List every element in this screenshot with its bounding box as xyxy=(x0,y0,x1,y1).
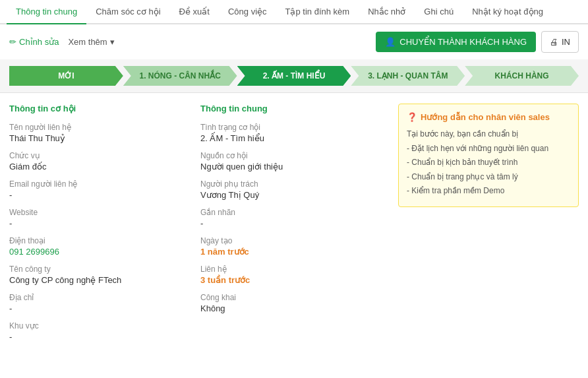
field-contact-name-value: Thái Thu Thuỷ xyxy=(9,133,187,143)
edit-icon: ✏ xyxy=(9,37,16,47)
field-address-value: - xyxy=(9,303,187,313)
field-email-value: - xyxy=(9,190,187,200)
field-tag-value: - xyxy=(200,218,385,228)
pipeline-step-1[interactable]: 1. NÓNG - CÂN NHẮC xyxy=(123,66,237,86)
field-contact-name-label: Tên người liên hệ xyxy=(9,123,187,132)
field-region-value: - xyxy=(9,332,187,342)
field-company-label: Tên công ty xyxy=(9,265,187,274)
col-opportunity-info: Thông tin cơ hội Tên người liên hệ Thái … xyxy=(9,104,187,350)
field-contact-date-label: Liên hệ xyxy=(200,265,385,274)
field-status-value: 2. ẤM - Tìm hiểu xyxy=(200,133,385,143)
pipeline-step-new[interactable]: MỚI xyxy=(9,66,123,86)
main-content: Thông tin cơ hội Tên người liên hệ Thái … xyxy=(0,93,588,360)
pipeline-step-kh[interactable]: KHÁCH HÀNG xyxy=(465,66,579,86)
edit-button[interactable]: ✏ Chỉnh sửa xyxy=(9,37,59,47)
field-tag-label: Gắn nhãn xyxy=(200,208,385,217)
field-public-value: Không xyxy=(200,303,385,313)
field-public-label: Công khai xyxy=(200,293,385,302)
field-source-label: Nguồn cơ hội xyxy=(200,151,385,160)
field-owner-value: Vương Thị Quý xyxy=(200,190,385,200)
print-icon: 🖨 xyxy=(550,37,558,47)
field-status-label: Tình trạng cơ hội xyxy=(200,123,385,132)
tab-notes[interactable]: Ghi chú xyxy=(415,0,463,23)
field-contact-date: Liên hệ 3 tuần trước xyxy=(200,265,385,285)
field-owner-label: Người phụ trách xyxy=(200,179,385,189)
tab-attachments[interactable]: Tập tin đính kèm xyxy=(276,0,359,23)
action-right: 👤 CHUYỂN THÀNH KHÁCH HÀNG 🖨 IN xyxy=(376,31,579,53)
field-region-label: Khu vực xyxy=(9,321,187,331)
field-source-value: Người quen giới thiệu xyxy=(200,162,385,172)
tab-work[interactable]: Công việc xyxy=(219,0,276,23)
tab-care[interactable]: Chăm sóc cơ hội xyxy=(86,0,169,23)
guidance-item-4: - Kiểm tra phần mềm Demo xyxy=(407,184,570,199)
col-general-info: Thông tin chung Tình trạng cơ hội 2. ẤM … xyxy=(200,104,385,350)
question-icon: ❓ xyxy=(407,112,417,122)
field-contact-date-value: 3 tuần trước xyxy=(200,275,385,285)
field-created-date-label: Ngày tạo xyxy=(200,236,385,245)
field-address: Địa chỉ - xyxy=(9,293,187,313)
field-email-label: Email người liên hệ xyxy=(9,179,187,189)
field-company-value: Công ty CP công nghệ FTech xyxy=(9,275,187,285)
pipeline: MỚI 1. NÓNG - CÂN NHẮC 2. ẤM - TÌM HIỂU … xyxy=(0,59,588,93)
field-tag: Gắn nhãn - xyxy=(200,208,385,228)
field-owner: Người phụ trách Vương Thị Quý xyxy=(200,179,385,200)
guidance-box: ❓ Hướng dẫn cho nhân viên sales Tại bước… xyxy=(398,104,579,207)
field-region: Khu vực - xyxy=(9,321,187,342)
field-website-label: Website xyxy=(9,208,187,217)
field-status: Tình trạng cơ hội 2. ẤM - Tìm hiểu xyxy=(200,123,385,143)
field-phone-label: Điện thoại xyxy=(9,236,187,245)
field-email: Email người liên hệ - xyxy=(9,179,187,200)
tab-general-info[interactable]: Thông tin chung xyxy=(7,0,86,24)
pipeline-step-2[interactable]: 2. ẤM - TÌM HIỂU xyxy=(237,66,351,86)
field-public: Công khai Không xyxy=(200,293,385,313)
field-contact-name: Tên người liên hệ Thái Thu Thuỷ xyxy=(9,123,187,143)
guidance-title: ❓ Hướng dẫn cho nhân viên sales xyxy=(407,112,570,122)
guidance-item-1: - Đặt lịch hẹn với những người liên quan xyxy=(407,142,570,156)
pipeline-step-3[interactable]: 3. LẠNH - QUAN TÂM xyxy=(351,66,465,86)
print-button[interactable]: 🖨 IN xyxy=(541,31,579,53)
action-bar: ✏ Chỉnh sửa Xem thêm ▾ 👤 CHUYỂN THÀNH KH… xyxy=(0,24,588,59)
field-website: Website - xyxy=(9,208,187,228)
tab-activity-log[interactable]: Nhật ký hoạt động xyxy=(463,0,552,23)
guidance-item-3: - Chuẩn bị trang phục và tâm lý xyxy=(407,170,570,185)
field-website-value: - xyxy=(9,218,187,228)
field-position-label: Chức vụ xyxy=(9,151,187,160)
opportunity-info-title: Thông tin cơ hội xyxy=(9,104,187,113)
field-source: Nguồn cơ hội Người quen giới thiệu xyxy=(200,151,385,172)
field-created-date: Ngày tạo 1 năm trước xyxy=(200,236,385,257)
view-more-button[interactable]: Xem thêm ▾ xyxy=(68,37,114,47)
field-address-label: Địa chỉ xyxy=(9,293,187,302)
col-guidance: ❓ Hướng dẫn cho nhân viên sales Tại bước… xyxy=(398,104,579,350)
guidance-item-0: Tại bước này, bạn cần chuẩn bị xyxy=(407,127,570,142)
tab-reminders[interactable]: Nhắc nhở xyxy=(359,0,415,23)
field-phone: Điện thoại 091 2699696 xyxy=(9,236,187,257)
tab-proposal[interactable]: Đề xuất xyxy=(170,0,219,23)
tab-bar: Thông tin chung Chăm sóc cơ hội Đề xuất … xyxy=(0,0,588,24)
field-position: Chức vụ Giám đốc xyxy=(9,151,187,172)
general-info-title: Thông tin chung xyxy=(200,104,385,113)
field-position-value: Giám đốc xyxy=(9,162,187,172)
field-created-date-value: 1 năm trước xyxy=(200,247,385,257)
convert-button[interactable]: 👤 CHUYỂN THÀNH KHÁCH HÀNG xyxy=(376,32,536,52)
field-company: Tên công ty Công ty CP công nghệ FTech xyxy=(9,265,187,285)
action-left: ✏ Chỉnh sửa Xem thêm ▾ xyxy=(9,37,115,47)
user-plus-icon: 👤 xyxy=(385,37,396,47)
guidance-item-2: - Chuẩn bị kịch bản thuyết trình xyxy=(407,156,570,170)
chevron-down-icon: ▾ xyxy=(110,37,115,47)
field-phone-value[interactable]: 091 2699696 xyxy=(9,247,187,257)
